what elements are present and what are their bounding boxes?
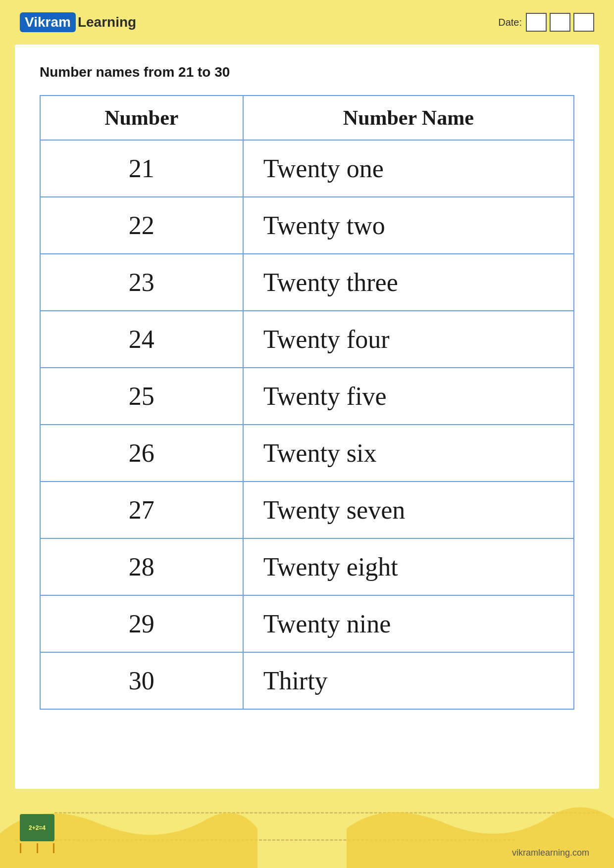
page: Vikram Learning Date: Number names from …: [0, 0, 614, 868]
date-container: Date:: [498, 13, 594, 32]
name-cell-8: Twenty nine: [243, 595, 574, 652]
number-cell-8: 29: [40, 595, 243, 652]
name-cell-5: Twenty six: [243, 425, 574, 482]
number-cell-3: 24: [40, 311, 243, 368]
date-cell-3[interactable]: [573, 13, 594, 32]
number-table: Number Number Name 21Twenty one22Twenty …: [40, 95, 574, 710]
header: Vikram Learning Date:: [0, 0, 614, 45]
name-cell-7: Twenty eight: [243, 538, 574, 595]
name-cell-2: Twenty three: [243, 254, 574, 311]
col1-header: Number: [40, 96, 243, 140]
table-row: 24Twenty four: [40, 311, 574, 368]
footer-icon: 2+2=4: [20, 814, 54, 853]
content-area: Number names from 21 to 30 Number Number…: [15, 45, 599, 789]
logo-vikram: Vikram: [20, 12, 76, 32]
number-cell-2: 23: [40, 254, 243, 311]
inner-content: Number names from 21 to 30 Number Number…: [15, 45, 599, 724]
name-cell-6: Twenty seven: [243, 482, 574, 538]
date-cell-2[interactable]: [550, 13, 570, 32]
number-cell-9: 30: [40, 652, 243, 709]
table-row: 27Twenty seven: [40, 482, 574, 538]
number-cell-4: 25: [40, 368, 243, 425]
date-label: Date:: [498, 17, 522, 28]
date-box: [526, 13, 594, 32]
blackboard-text: 2+2=4: [29, 824, 46, 831]
number-cell-6: 27: [40, 482, 243, 538]
easel-leg-right: [53, 843, 54, 853]
col2-header: Number Name: [243, 96, 574, 140]
name-cell-1: Twenty two: [243, 197, 574, 254]
name-cell-9: Thirty: [243, 652, 574, 709]
date-cell-1[interactable]: [526, 13, 547, 32]
name-cell-3: Twenty four: [243, 311, 574, 368]
logo-learning: Learning: [78, 14, 136, 30]
table-row: 21Twenty one: [40, 140, 574, 197]
number-cell-7: 28: [40, 538, 243, 595]
name-cell-4: Twenty five: [243, 368, 574, 425]
table-row: 26Twenty six: [40, 425, 574, 482]
table-row: 28Twenty eight: [40, 538, 574, 595]
number-cell-1: 22: [40, 197, 243, 254]
table-header-row: Number Number Name: [40, 96, 574, 140]
number-cell-5: 26: [40, 425, 243, 482]
table-row: 30Thirty: [40, 652, 574, 709]
easel-leg-mid: [37, 843, 38, 853]
blackboard: 2+2=4: [20, 814, 54, 841]
name-cell-0: Twenty one: [243, 140, 574, 197]
table-row: 25Twenty five: [40, 368, 574, 425]
footer-website: vikramlearning.com: [512, 848, 589, 858]
table-row: 22Twenty two: [40, 197, 574, 254]
footer: 2+2=4 vikramlearning.com: [0, 789, 614, 868]
table-row: 29Twenty nine: [40, 595, 574, 652]
table-row: 23Twenty three: [40, 254, 574, 311]
easel-legs: [20, 843, 54, 853]
worksheet-title: Number names from 21 to 30: [40, 64, 574, 80]
easel-leg-left: [20, 843, 21, 853]
number-cell-0: 21: [40, 140, 243, 197]
logo-container: Vikram Learning: [20, 12, 136, 32]
